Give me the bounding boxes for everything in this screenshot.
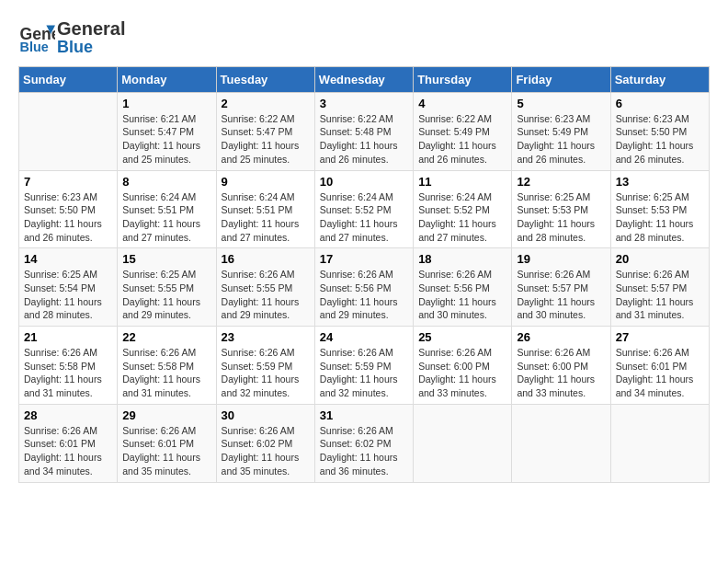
day-info: Sunrise: 6:24 AM Sunset: 5:51 PM Dayligh… [122, 190, 210, 245]
day-info: Sunrise: 6:26 AM Sunset: 5:56 PM Dayligh… [320, 268, 408, 322]
day-number: 23 [222, 330, 310, 344]
day-number: 9 [222, 175, 310, 189]
calendar-cell: 3Sunrise: 6:22 AM Sunset: 5:48 PM Daylig… [314, 92, 413, 170]
calendar-cell: 29Sunrise: 6:26 AM Sunset: 6:01 PM Dayli… [118, 404, 216, 482]
logo-blue: Blue [57, 39, 125, 57]
calendar-header-row: SundayMondayTuesdayWednesdayThursdayFrid… [19, 66, 710, 92]
day-number: 24 [320, 330, 408, 344]
day-info: Sunrise: 6:26 AM Sunset: 5:55 PM Dayligh… [222, 268, 310, 322]
day-number: 31 [320, 408, 408, 422]
day-number: 21 [24, 330, 112, 344]
day-info: Sunrise: 6:22 AM Sunset: 5:47 PM Dayligh… [222, 112, 310, 167]
calendar-cell: 12Sunrise: 6:25 AM Sunset: 5:53 PM Dayli… [512, 170, 610, 248]
calendar-cell: 28Sunrise: 6:26 AM Sunset: 6:01 PM Dayli… [19, 404, 118, 482]
calendar-cell: 27Sunrise: 6:26 AM Sunset: 6:01 PM Dayli… [610, 327, 709, 405]
calendar-cell: 2Sunrise: 6:22 AM Sunset: 5:47 PM Daylig… [216, 92, 314, 170]
day-number: 16 [222, 252, 310, 266]
calendar-cell: 20Sunrise: 6:26 AM Sunset: 5:57 PM Dayli… [610, 248, 709, 327]
calendar-week-row: 14Sunrise: 6:25 AM Sunset: 5:54 PM Dayli… [19, 248, 710, 327]
day-info: Sunrise: 6:25 AM Sunset: 5:54 PM Dayligh… [24, 268, 112, 322]
calendar-cell: 10Sunrise: 6:24 AM Sunset: 5:52 PM Dayli… [314, 170, 413, 248]
calendar-cell: 21Sunrise: 6:26 AM Sunset: 5:58 PM Dayli… [19, 327, 118, 405]
day-info: Sunrise: 6:26 AM Sunset: 5:58 PM Dayligh… [24, 346, 112, 400]
calendar-cell: 19Sunrise: 6:26 AM Sunset: 5:57 PM Dayli… [512, 248, 610, 327]
day-number: 29 [122, 408, 210, 422]
day-info: Sunrise: 6:24 AM Sunset: 5:52 PM Dayligh… [320, 190, 408, 245]
calendar-cell: 30Sunrise: 6:26 AM Sunset: 6:02 PM Dayli… [216, 404, 314, 482]
calendar-week-row: 1Sunrise: 6:21 AM Sunset: 5:47 PM Daylig… [19, 92, 710, 170]
calendar-cell: 18Sunrise: 6:26 AM Sunset: 5:56 PM Dayli… [414, 248, 512, 327]
day-number: 17 [320, 252, 408, 266]
day-number: 25 [418, 330, 506, 344]
calendar-cell: 7Sunrise: 6:23 AM Sunset: 5:50 PM Daylig… [19, 170, 118, 248]
column-header-sunday: Sunday [19, 66, 118, 92]
day-info: Sunrise: 6:26 AM Sunset: 5:59 PM Dayligh… [320, 346, 408, 400]
day-number: 10 [320, 175, 408, 189]
calendar-cell: 23Sunrise: 6:26 AM Sunset: 5:59 PM Dayli… [216, 327, 314, 405]
day-number: 18 [418, 252, 506, 266]
logo: General Blue General Blue [18, 18, 125, 57]
day-number: 4 [418, 97, 506, 110]
day-info: Sunrise: 6:26 AM Sunset: 5:56 PM Dayligh… [418, 268, 506, 322]
calendar-cell: 31Sunrise: 6:26 AM Sunset: 6:02 PM Dayli… [314, 404, 413, 482]
day-info: Sunrise: 6:21 AM Sunset: 5:47 PM Dayligh… [122, 112, 210, 167]
calendar-cell [512, 404, 610, 482]
day-info: Sunrise: 6:26 AM Sunset: 6:00 PM Dayligh… [517, 346, 605, 400]
day-number: 13 [616, 175, 704, 189]
calendar-cell: 6Sunrise: 6:23 AM Sunset: 5:50 PM Daylig… [610, 92, 709, 170]
day-number: 26 [517, 330, 605, 344]
day-number: 8 [122, 175, 210, 189]
day-number: 11 [418, 175, 506, 189]
day-number: 6 [616, 97, 704, 110]
svg-text:Blue: Blue [20, 40, 49, 54]
day-number: 30 [222, 408, 310, 422]
day-info: Sunrise: 6:26 AM Sunset: 6:01 PM Dayligh… [616, 346, 704, 400]
day-number: 14 [24, 252, 112, 266]
calendar-cell: 8Sunrise: 6:24 AM Sunset: 5:51 PM Daylig… [118, 170, 216, 248]
calendar-cell: 15Sunrise: 6:25 AM Sunset: 5:55 PM Dayli… [118, 248, 216, 327]
calendar-cell: 25Sunrise: 6:26 AM Sunset: 6:00 PM Dayli… [414, 327, 512, 405]
day-number: 2 [222, 97, 310, 110]
calendar-cell: 14Sunrise: 6:25 AM Sunset: 5:54 PM Dayli… [19, 248, 118, 327]
calendar-week-row: 7Sunrise: 6:23 AM Sunset: 5:50 PM Daylig… [19, 170, 710, 248]
calendar-cell: 9Sunrise: 6:24 AM Sunset: 5:51 PM Daylig… [216, 170, 314, 248]
day-info: Sunrise: 6:23 AM Sunset: 5:49 PM Dayligh… [517, 112, 605, 167]
day-info: Sunrise: 6:26 AM Sunset: 6:01 PM Dayligh… [24, 424, 112, 478]
calendar-week-row: 28Sunrise: 6:26 AM Sunset: 6:01 PM Dayli… [19, 404, 710, 482]
day-number: 28 [24, 408, 112, 422]
logo-general: General [57, 18, 125, 39]
day-info: Sunrise: 6:26 AM Sunset: 5:57 PM Dayligh… [616, 268, 704, 322]
day-number: 3 [320, 97, 408, 110]
day-number: 22 [122, 330, 210, 344]
calendar-cell: 17Sunrise: 6:26 AM Sunset: 5:56 PM Dayli… [314, 248, 413, 327]
day-info: Sunrise: 6:26 AM Sunset: 6:02 PM Dayligh… [222, 424, 310, 478]
day-info: Sunrise: 6:25 AM Sunset: 5:53 PM Dayligh… [616, 190, 704, 245]
column-header-monday: Monday [118, 66, 216, 92]
calendar-table: SundayMondayTuesdayWednesdayThursdayFrid… [18, 66, 710, 483]
day-number: 19 [517, 252, 605, 266]
day-info: Sunrise: 6:23 AM Sunset: 5:50 PM Dayligh… [616, 112, 704, 167]
calendar-cell [414, 404, 512, 482]
day-number: 1 [122, 97, 210, 110]
day-info: Sunrise: 6:24 AM Sunset: 5:51 PM Dayligh… [222, 190, 310, 245]
day-number: 15 [122, 252, 210, 266]
calendar-cell: 13Sunrise: 6:25 AM Sunset: 5:53 PM Dayli… [610, 170, 709, 248]
calendar-week-row: 21Sunrise: 6:26 AM Sunset: 5:58 PM Dayli… [19, 327, 710, 405]
day-info: Sunrise: 6:22 AM Sunset: 5:49 PM Dayligh… [418, 112, 506, 167]
calendar-cell: 4Sunrise: 6:22 AM Sunset: 5:49 PM Daylig… [414, 92, 512, 170]
calendar-cell: 26Sunrise: 6:26 AM Sunset: 6:00 PM Dayli… [512, 327, 610, 405]
calendar-cell [610, 404, 709, 482]
calendar-cell: 11Sunrise: 6:24 AM Sunset: 5:52 PM Dayli… [414, 170, 512, 248]
day-info: Sunrise: 6:26 AM Sunset: 5:58 PM Dayligh… [122, 346, 210, 400]
day-number: 7 [24, 175, 112, 189]
column-header-tuesday: Tuesday [216, 66, 314, 92]
column-header-wednesday: Wednesday [314, 66, 413, 92]
calendar-cell: 24Sunrise: 6:26 AM Sunset: 5:59 PM Dayli… [314, 327, 413, 405]
day-info: Sunrise: 6:26 AM Sunset: 6:02 PM Dayligh… [320, 424, 408, 478]
calendar-cell [19, 92, 118, 170]
page-header: General Blue General Blue [18, 18, 710, 57]
day-number: 20 [616, 252, 704, 266]
column-header-saturday: Saturday [610, 66, 709, 92]
day-info: Sunrise: 6:26 AM Sunset: 5:59 PM Dayligh… [222, 346, 310, 400]
day-info: Sunrise: 6:22 AM Sunset: 5:48 PM Dayligh… [320, 112, 408, 167]
